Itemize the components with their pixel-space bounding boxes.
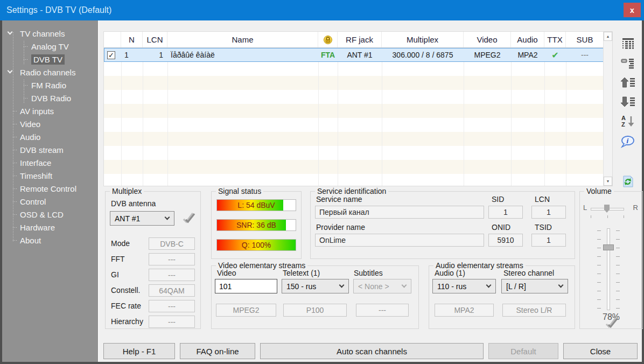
close-button[interactable]: Close (563, 343, 638, 359)
col-video[interactable]: Video (464, 32, 511, 47)
move-channel-down-icon[interactable] (619, 94, 636, 110)
scroll-up-button[interactable]: ▲ (604, 32, 612, 41)
cell-n: 1 (121, 48, 143, 62)
channel-table-header: N LCN Name RF jack Multiplex Video (104, 32, 612, 48)
cell-audio: MPA2 (511, 48, 544, 62)
auto-scan-button[interactable]: Auto scan channels (260, 343, 484, 359)
constellation-label: Constell. (111, 286, 140, 295)
chevron-down-icon (486, 282, 492, 288)
stereo-channel-select[interactable]: [L / R] (501, 279, 568, 293)
sidebar-item-control[interactable]: Control (2, 195, 98, 208)
lock-icon (323, 35, 333, 45)
sidebar-item-interface[interactable]: Interface (2, 156, 98, 169)
sidebar-item-dvb-stream[interactable]: DVB stream (2, 143, 98, 156)
cell-lcn: 1 (143, 48, 167, 62)
col-name[interactable]: Name (167, 32, 318, 47)
signal-level-bar: L: 54 dBuV (216, 199, 296, 211)
col-n[interactable]: N (121, 32, 143, 47)
apply-volume-icon[interactable] (604, 317, 619, 332)
fec-rate-label: FEC rate (111, 302, 141, 310)
video-pid-input[interactable]: 101 (215, 279, 277, 293)
volume-slider-thumb[interactable] (603, 244, 614, 250)
tsid-label: TSID (535, 223, 552, 232)
chevron-down-icon (8, 30, 13, 35)
channel-list-icon[interactable] (619, 36, 636, 52)
refresh-epg-icon[interactable] (619, 173, 636, 190)
chevron-down-icon (339, 282, 345, 288)
video-pid-label: Video (217, 269, 236, 277)
sidebar-item-fm-radio[interactable]: FM Radio (2, 79, 98, 92)
volume-slider[interactable] (607, 228, 610, 310)
empty-channel-rows (104, 62, 612, 186)
channel-info-icon[interactable]: i (619, 134, 636, 150)
audio-pid-label: Audio (1) (435, 269, 465, 277)
gi-label: GI (111, 270, 119, 279)
mode-value: DVB-C (149, 237, 195, 250)
move-channel-up-icon[interactable] (619, 74, 636, 90)
sidebar-item-radio-channels[interactable]: Radio channels (2, 66, 98, 79)
cell-rf-jack: ANT #1 (338, 48, 382, 62)
audio-streams-group: Audio elementary streams Audio (1) Stere… (429, 265, 575, 329)
col-encryption[interactable] (318, 32, 338, 47)
faq-button[interactable]: FAQ on-line (180, 343, 255, 359)
channel-row[interactable]: ✓ 1 1 Ïåðâûé êàíàë FTA ANT #1 306.000 / … (104, 48, 612, 62)
multiplex-group: Multiplex DVB antenna ANT #1 Mode DVB-C … (105, 191, 201, 329)
sidebar-item-timeshift[interactable]: Timeshift (2, 169, 98, 182)
settings-window: Settings - DVB TV (Default) x TV channel… (0, 0, 644, 364)
sidebar-item-hardware[interactable]: Hardware (2, 221, 98, 234)
help-button[interactable]: Help - F1 (103, 343, 175, 359)
sidebar-item-about[interactable]: About (2, 234, 98, 247)
fft-value: --- (149, 253, 195, 265)
close-window-button[interactable]: x (624, 3, 641, 17)
service-name-label: Service name (316, 195, 362, 204)
channel-table: N LCN Name RF jack Multiplex Video (103, 31, 613, 186)
gi-value: --- (149, 269, 195, 281)
ttx-check-icon: ✔ (544, 48, 566, 62)
onid-value: 5910 (488, 234, 523, 247)
signal-status-title: Signal status (216, 187, 263, 195)
sidebar-item-video[interactable]: Video (2, 117, 98, 130)
hierarchy-value: --- (149, 316, 195, 328)
sidebar-item-analog-tv[interactable]: Analog TV (2, 40, 98, 53)
teletext-label: Teletext (1) (283, 269, 320, 277)
col-multiplex[interactable]: Multiplex (382, 32, 464, 47)
tsid-value: 1 (531, 234, 566, 247)
sidebar-item-dvb-tv[interactable]: DVB TV (2, 53, 98, 66)
scroll-down-button[interactable]: ▼ (604, 177, 612, 186)
stereo-channel-label: Stereo channel (503, 269, 554, 277)
cell-multiplex: 306.000 / 8 / 6875 (382, 48, 464, 62)
table-scrollbar[interactable]: ▲ ▼ (603, 32, 612, 186)
col-select[interactable] (104, 32, 121, 47)
apply-antenna-icon[interactable] (181, 211, 196, 227)
mode-label: Mode (111, 239, 130, 248)
col-rf-jack[interactable]: RF jack (338, 32, 382, 47)
cell-video: MPEG2 (464, 48, 511, 62)
col-audio[interactable]: Audio (511, 32, 544, 47)
constellation-value: 64QAM (149, 284, 195, 297)
multiplex-group-title: Multiplex (110, 187, 144, 195)
col-lcn[interactable]: LCN (143, 32, 167, 47)
signal-quality-text: Q: 100% (217, 240, 296, 250)
sidebar-item-audio[interactable]: Audio (2, 130, 98, 143)
sidebar-item-av-inputs[interactable]: AV inputs (2, 104, 98, 117)
subtitles-select: < None > (353, 279, 411, 293)
insert-channel-icon[interactable] (619, 55, 636, 71)
balance-slider-thumb[interactable] (604, 205, 610, 213)
scroll-down-icon: ▼ (606, 179, 610, 183)
channel-checkbox[interactable]: ✓ (107, 51, 115, 59)
cell-sub: --- (566, 48, 604, 62)
col-sub[interactable]: SUB (566, 32, 604, 47)
sidebar-item-osd-lcd[interactable]: OSD & LCD (2, 208, 98, 221)
balance-left-label: L (583, 204, 587, 212)
col-ttx[interactable]: TTX (544, 32, 566, 47)
lcn-label: LCN (535, 195, 550, 204)
footer-buttons: Help - F1 FAQ on-line Auto scan channels… (103, 343, 638, 359)
teletext-select[interactable]: 150 - rus (282, 279, 349, 293)
sidebar-item-dvb-radio[interactable]: DVB Radio (2, 92, 98, 104)
dvb-antenna-select[interactable]: ANT #1 (110, 211, 174, 226)
sort-az-icon[interactable]: A Z (619, 113, 636, 129)
audio-select[interactable]: 110 - rus (432, 279, 496, 293)
sidebar-item-tv-channels[interactable]: TV channels (2, 27, 98, 40)
sidebar-item-remote-control[interactable]: Remote Control (2, 182, 98, 195)
signal-quality-bar: Q: 100% (216, 239, 296, 251)
